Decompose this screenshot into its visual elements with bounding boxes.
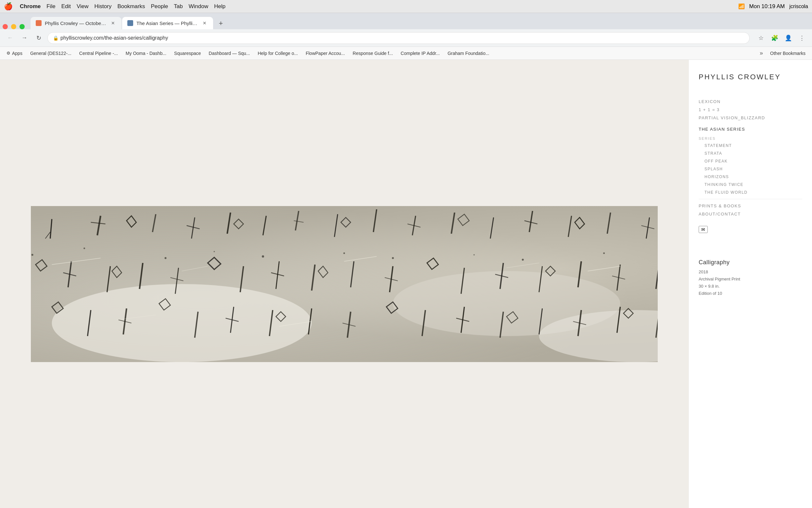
bookmark-dashboard[interactable]: Dashboard — Squ... bbox=[205, 49, 253, 57]
tab-favicon-1 bbox=[36, 20, 42, 26]
site-title[interactable]: PHYLLIS CROWLEY bbox=[699, 73, 802, 81]
menubar-view[interactable]: View bbox=[77, 3, 89, 10]
tab-2[interactable]: The Asian Series — Phyllis Cr... ✕ bbox=[122, 17, 213, 29]
menubar-chrome[interactable]: Chrome bbox=[20, 3, 41, 10]
bookmarks-bar: ⚙ Apps General (DES122-... Central Pipel… bbox=[0, 47, 812, 60]
bookmark-squarespace-label: Squarespace bbox=[174, 51, 201, 56]
wifi-icon: 📶 bbox=[738, 3, 745, 9]
nav-item-splash[interactable]: SPLASH bbox=[699, 165, 802, 173]
svg-point-104 bbox=[474, 254, 475, 255]
toolbar-icons: ☆ 🧩 👤 ⋮ bbox=[756, 33, 807, 44]
menubar-edit[interactable]: Edit bbox=[61, 3, 71, 10]
address-bar: ← → ↻ 🔒 phylliscrowley.com/the-asian-ser… bbox=[0, 29, 812, 47]
svg-point-97 bbox=[32, 254, 34, 256]
bookmark-central[interactable]: Central Pipeline -... bbox=[76, 49, 121, 57]
tab-favicon-2 bbox=[127, 20, 133, 26]
bookmark-squarespace[interactable]: Squarespace bbox=[171, 49, 204, 57]
menu-icon[interactable]: ⋮ bbox=[797, 33, 807, 44]
sidebar: PHYLLIS CROWLEY LEXICON 1 + 1 = 3 PARTIA… bbox=[688, 60, 812, 508]
artwork-title: Calligraphy bbox=[699, 259, 802, 266]
maximize-button[interactable] bbox=[19, 24, 25, 29]
menubar-file[interactable]: File bbox=[46, 3, 55, 10]
minimize-button[interactable] bbox=[11, 24, 16, 29]
nav-item-horizons[interactable]: HORIZONS bbox=[699, 173, 802, 181]
email-icon[interactable]: ✉ bbox=[699, 226, 708, 233]
bookmark-apps-label: Apps bbox=[12, 51, 22, 56]
address-text: phylliscrowley.com/the-asian-series/call… bbox=[60, 35, 168, 41]
nav-series-label: SERIES bbox=[699, 133, 802, 142]
artwork-edition: Edition of 10 bbox=[699, 290, 802, 297]
menubar-right: 📶 Mon 10:19 AM jcriscola bbox=[738, 3, 808, 10]
artwork-image bbox=[31, 206, 657, 362]
menubar-help[interactable]: Help bbox=[214, 3, 226, 10]
menubar-time: Mon 10:19 AM bbox=[749, 3, 785, 10]
nav-item-off-peak[interactable]: OFF PEAK bbox=[699, 157, 802, 165]
bookmark-ooma-label: My Ooma - Dashb... bbox=[126, 51, 166, 56]
tabs-bar: Phyllis Crowley — OctoberWo... ✕ The Asi… bbox=[0, 13, 812, 29]
bookmark-graham[interactable]: Graham Foundatio... bbox=[444, 49, 492, 57]
back-button[interactable]: ← bbox=[5, 33, 15, 44]
menubar-user: jcriscola bbox=[789, 4, 808, 9]
extensions-icon[interactable]: 🧩 bbox=[769, 33, 780, 44]
svg-point-2 bbox=[52, 284, 312, 362]
bookmark-other[interactable]: Other Bookmarks bbox=[767, 49, 809, 57]
bookmark-response[interactable]: Response Guide f... bbox=[349, 49, 396, 57]
artwork-medium: Archival Pigment Print bbox=[699, 276, 802, 283]
more-bookmarks-button[interactable]: » bbox=[757, 48, 766, 58]
bookmark-apps[interactable]: ⚙ Apps bbox=[3, 49, 26, 57]
bookmark-graham-label: Graham Foundatio... bbox=[447, 51, 489, 56]
nav-item-prints-books[interactable]: PRINTS & BOOKS bbox=[699, 202, 802, 210]
bookmark-ooma[interactable]: My Ooma - Dashb... bbox=[123, 49, 170, 57]
main-nav: LEXICON 1 + 1 = 3 PARTIAL VISION_BLIZZAR… bbox=[699, 97, 802, 218]
svg-point-98 bbox=[84, 247, 85, 249]
bookmark-central-label: Central Pipeline -... bbox=[79, 51, 118, 56]
bookmark-flowpaper[interactable]: FlowPaper Accou... bbox=[302, 49, 348, 57]
bookmark-flowpaper-label: FlowPaper Accou... bbox=[306, 51, 345, 56]
profile-icon[interactable]: 👤 bbox=[783, 33, 794, 44]
reload-button[interactable]: ↻ bbox=[33, 33, 44, 44]
artwork-year: 2018 bbox=[699, 268, 802, 276]
artwork-dimensions: 30 × 9.8 in. bbox=[699, 283, 802, 290]
lock-icon: 🔒 bbox=[53, 35, 58, 41]
macos-menubar: 🍎 Chrome File Edit View History Bookmark… bbox=[0, 0, 812, 13]
apple-icon[interactable]: 🍎 bbox=[4, 2, 13, 11]
svg-point-102 bbox=[344, 252, 345, 254]
tab-close-1[interactable]: ✕ bbox=[110, 20, 116, 26]
nav-item-111[interactable]: 1 + 1 = 3 bbox=[699, 105, 802, 114]
menubar-bookmarks[interactable]: Bookmarks bbox=[117, 3, 145, 10]
address-box[interactable]: 🔒 phylliscrowley.com/the-asian-series/ca… bbox=[47, 32, 750, 44]
bookmark-general[interactable]: General (DES122-... bbox=[27, 49, 75, 57]
forward-button[interactable]: → bbox=[19, 33, 30, 44]
tab-1[interactable]: Phyllis Crowley — OctoberWo... ✕ bbox=[31, 17, 122, 29]
nav-item-thinking-twice[interactable]: THINKING TWICE bbox=[699, 181, 802, 188]
tab-title-2: The Asian Series — Phyllis Cr... bbox=[136, 20, 198, 26]
artwork-info-block: Calligraphy 2018 Archival Pigment Print … bbox=[699, 259, 802, 297]
nav-item-strata[interactable]: STRATA bbox=[699, 150, 802, 157]
nav-item-lexicon[interactable]: LEXICON bbox=[699, 97, 802, 105]
bookmark-star-icon[interactable]: ☆ bbox=[756, 33, 767, 44]
artwork-container bbox=[0, 206, 688, 362]
nav-item-fluid-world[interactable]: THE FLUID WORLD bbox=[699, 188, 802, 196]
menubar-window[interactable]: Window bbox=[189, 3, 208, 10]
content-left bbox=[0, 60, 688, 508]
nav-item-asian-series[interactable]: THE ASIAN SERIES bbox=[699, 125, 802, 133]
menubar-tab[interactable]: Tab bbox=[174, 3, 183, 10]
nav-divider bbox=[699, 199, 802, 199]
nav-item-partial-vision[interactable]: PARTIAL VISION_BLIZZARD bbox=[699, 114, 802, 122]
nav-item-statement[interactable]: STATEMENT bbox=[699, 142, 802, 150]
tab-close-2[interactable]: ✕ bbox=[201, 20, 208, 26]
new-tab-button[interactable]: + bbox=[215, 17, 227, 29]
close-button[interactable] bbox=[3, 24, 8, 29]
menubar-people[interactable]: People bbox=[151, 3, 168, 10]
bookmark-ip[interactable]: Complete IP Addr... bbox=[397, 49, 443, 57]
bookmark-help[interactable]: Help for College o... bbox=[254, 49, 301, 57]
nav-item-about-contact[interactable]: ABOUT/CONTACT bbox=[699, 210, 802, 218]
svg-point-106 bbox=[604, 252, 605, 254]
tab-title-1: Phyllis Crowley — OctoberWo... bbox=[45, 20, 106, 26]
bookmark-response-label: Response Guide f... bbox=[353, 51, 393, 56]
svg-point-103 bbox=[392, 257, 394, 259]
menubar-history[interactable]: History bbox=[94, 3, 111, 10]
traffic-lights bbox=[3, 24, 25, 29]
bookmark-ip-label: Complete IP Addr... bbox=[401, 51, 440, 56]
bookmark-dashboard-label: Dashboard — Squ... bbox=[209, 51, 250, 56]
